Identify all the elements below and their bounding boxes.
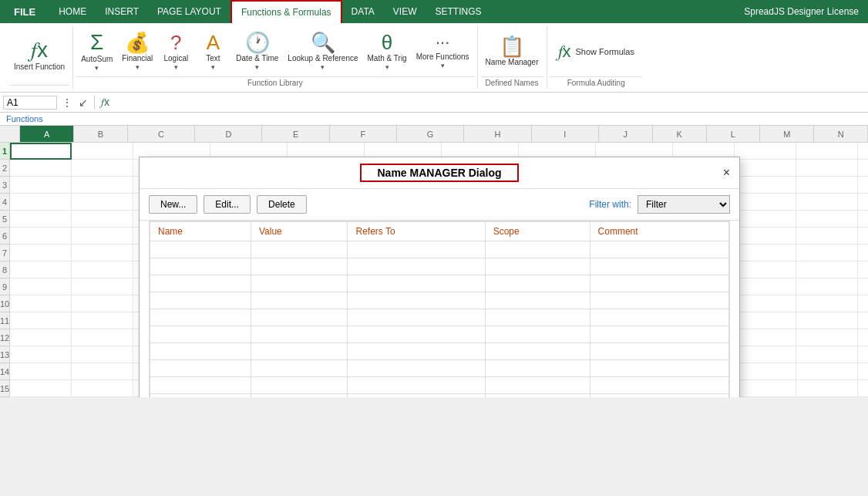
- cell-b1[interactable]: [72, 143, 133, 160]
- cell-K14[interactable]: [735, 363, 796, 380]
- cell-L9[interactable]: [796, 278, 858, 295]
- cell-M8[interactable]: [858, 261, 868, 278]
- cell-M10[interactable]: [858, 295, 868, 312]
- cell-K12[interactable]: [735, 329, 796, 346]
- cell-A3[interactable]: [10, 177, 72, 194]
- autosum-dropdown-icon[interactable]: ▾: [95, 64, 99, 72]
- view-menu[interactable]: VIEW: [384, 0, 426, 23]
- table-row[interactable]: [150, 309, 729, 326]
- edit-button[interactable]: Edit...: [204, 195, 251, 214]
- table-row[interactable]: [150, 377, 729, 394]
- cell-K15[interactable]: [735, 380, 796, 397]
- cell-M13[interactable]: [858, 346, 868, 363]
- page-layout-menu[interactable]: PAGE LAYOUT: [148, 0, 230, 23]
- cell-L11[interactable]: [796, 312, 858, 329]
- cell-L10[interactable]: [796, 295, 858, 312]
- table-row[interactable]: [150, 292, 729, 309]
- cell-B5[interactable]: [72, 211, 133, 228]
- col-header-i[interactable]: I: [532, 126, 599, 143]
- cell-A13[interactable]: [10, 346, 72, 363]
- financial-button[interactable]: 💰 Financial ▾: [117, 29, 157, 74]
- formula-input[interactable]: [114, 97, 865, 108]
- cell-K8[interactable]: [735, 261, 796, 278]
- cell-K11[interactable]: [735, 312, 796, 329]
- cell-L8[interactable]: [796, 261, 858, 278]
- col-header-f[interactable]: F: [330, 126, 397, 143]
- name-box[interactable]: [3, 96, 57, 110]
- cell-M14[interactable]: [858, 363, 868, 380]
- text-dropdown-icon[interactable]: ▾: [211, 63, 215, 71]
- cell-A6[interactable]: [10, 228, 72, 245]
- cell-L12[interactable]: [796, 329, 858, 346]
- cell-K10[interactable]: [735, 295, 796, 312]
- cell-A14[interactable]: [10, 363, 72, 380]
- cell-B15[interactable]: [72, 380, 133, 397]
- new-button[interactable]: New...: [149, 195, 197, 214]
- settings-menu[interactable]: SETTINGS: [426, 0, 491, 23]
- cell-M3[interactable]: [858, 177, 868, 194]
- formula-help-icon[interactable]: ↙: [77, 96, 89, 109]
- cell-K3[interactable]: [735, 177, 796, 194]
- cell-M6[interactable]: [858, 228, 868, 245]
- col-header-e[interactable]: E: [262, 126, 329, 143]
- functions-formulas-menu[interactable]: Functions & Formulas: [230, 0, 342, 23]
- cell-A9[interactable]: [10, 278, 72, 295]
- data-menu[interactable]: DATA: [342, 0, 384, 23]
- cell-L4[interactable]: [796, 194, 858, 211]
- cell-K7[interactable]: [735, 245, 796, 261]
- table-row[interactable]: [150, 275, 729, 292]
- cell-M12[interactable]: [858, 329, 868, 346]
- cell-A5[interactable]: [10, 211, 72, 228]
- col-header-n[interactable]: N: [814, 126, 868, 143]
- cell-L6[interactable]: [796, 228, 858, 245]
- cell-B3[interactable]: [72, 177, 133, 194]
- cell-K2[interactable]: [735, 160, 796, 177]
- cell-B11[interactable]: [72, 312, 133, 329]
- cell-K13[interactable]: [735, 346, 796, 363]
- cell-B13[interactable]: [72, 346, 133, 363]
- cell-a1[interactable]: [10, 143, 72, 160]
- name-manager-button[interactable]: 📋 Name Manager: [481, 33, 543, 70]
- cell-A11[interactable]: [10, 312, 72, 329]
- cell-A4[interactable]: [10, 194, 72, 211]
- cell-l1[interactable]: [796, 143, 858, 160]
- col-header-a[interactable]: A: [20, 126, 74, 143]
- formula-fx-icon[interactable]: 𝑓x: [99, 96, 111, 109]
- cell-A7[interactable]: [10, 245, 72, 261]
- cell-M11[interactable]: [858, 312, 868, 329]
- cell-B7[interactable]: [72, 245, 133, 261]
- col-header-l[interactable]: L: [707, 126, 761, 143]
- insert-menu[interactable]: INSERT: [96, 0, 148, 23]
- cell-M7[interactable]: [858, 245, 868, 261]
- cell-M5[interactable]: [858, 211, 868, 228]
- cell-B8[interactable]: [72, 261, 133, 278]
- cell-M15[interactable]: [858, 380, 868, 397]
- cell-L2[interactable]: [796, 160, 858, 177]
- lookup-reference-button[interactable]: 🔍 Lookup & Reference ▾: [283, 29, 362, 74]
- cell-L5[interactable]: [796, 211, 858, 228]
- table-row[interactable]: [150, 241, 729, 258]
- col-header-c[interactable]: C: [128, 126, 195, 143]
- cell-K9[interactable]: [735, 278, 796, 295]
- col-header-k[interactable]: K: [653, 126, 707, 143]
- table-row[interactable]: [150, 258, 729, 275]
- cell-L14[interactable]: [796, 363, 858, 380]
- cell-B6[interactable]: [72, 228, 133, 245]
- dialog-close-button[interactable]: ×: [723, 166, 730, 180]
- col-header-j[interactable]: J: [599, 126, 653, 143]
- cell-L15[interactable]: [796, 380, 858, 397]
- cell-m1[interactable]: [858, 143, 868, 160]
- show-formulas-button[interactable]: 𝑓x Show Formulas: [550, 37, 642, 66]
- cell-K6[interactable]: [735, 228, 796, 245]
- math-trig-dropdown-icon[interactable]: ▾: [385, 63, 389, 71]
- logical-button[interactable]: ? Logical ▾: [157, 29, 194, 74]
- cell-K4[interactable]: [735, 194, 796, 211]
- cell-L3[interactable]: [796, 177, 858, 194]
- cell-B12[interactable]: [72, 329, 133, 346]
- col-header-g[interactable]: G: [397, 126, 464, 143]
- table-row[interactable]: [150, 343, 729, 360]
- filter-select[interactable]: Filter: [638, 195, 730, 214]
- math-trig-button[interactable]: θ Math & Trig ▾: [363, 29, 412, 74]
- lookup-reference-dropdown-icon[interactable]: ▾: [321, 63, 325, 71]
- col-header-h[interactable]: H: [464, 126, 531, 143]
